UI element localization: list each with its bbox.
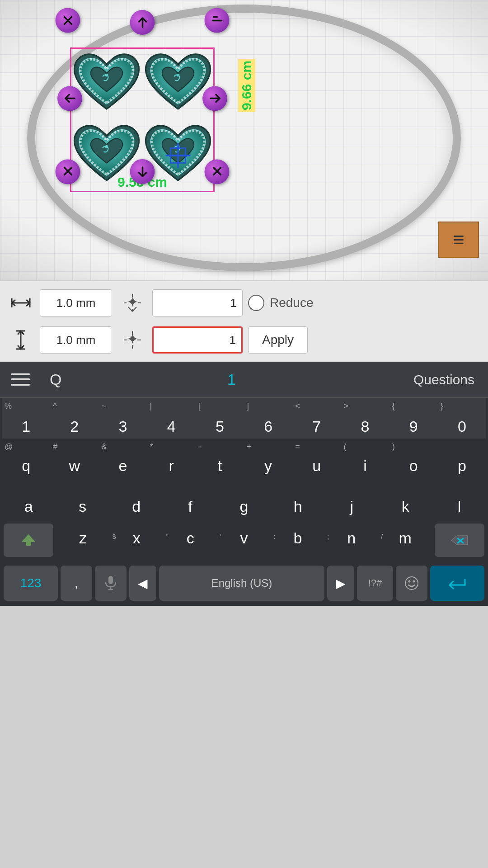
kb-space-key[interactable]: English (US) [159,566,324,601]
kb-key-t[interactable]: -t [196,439,244,479]
svg-point-36 [413,580,415,583]
kb-key-4[interactable]: |4 [147,398,196,439]
kb-key-0[interactable]: }0 [438,398,486,439]
kb-key-j[interactable]: j [325,479,379,520]
kb-key-m[interactable]: /m [378,529,432,552]
heart-cell-2 [143,49,213,119]
sparkle-arrange-btn-2[interactable]: ✦ [117,326,147,355]
kb-key-x[interactable]: $x [110,529,164,552]
keyboard-top-bar: Q 1 Questions [0,362,488,398]
vertical-count-input[interactable] [152,326,243,354]
kb-space-label: English (US) [211,577,272,590]
design-container[interactable]: 9.58 cm 9.66 cm [70,23,215,174]
kb-key-d[interactable]: d [109,479,163,520]
kb-key-g[interactable]: g [217,479,271,520]
kb-key-l[interactable]: l [432,479,486,520]
handle-bottom-center[interactable] [130,159,155,184]
keyboard-questions-label[interactable]: Questions [413,372,474,387]
svg-point-1 [177,74,180,77]
svg-point-2 [105,145,108,148]
kb-key-y[interactable]: +y [244,439,292,479]
kb-key-n[interactable]: ;n [324,529,378,552]
toolbar-area: ✦ Reduce [0,280,488,362]
vertical-spacing-input[interactable] [40,326,112,354]
handle-top-center[interactable] [130,10,155,35]
kb-key-q[interactable]: @q [2,439,50,479]
toolbar-row-1: ✦ Reduce [7,287,481,319]
kb-key-b[interactable]: :b [271,529,324,552]
kb-key-w[interactable]: #w [50,439,99,479]
kb-key-z[interactable]: z [56,529,110,552]
keyboard-page-number: 1 [227,371,236,388]
kb-key-c[interactable]: "c [164,529,217,552]
keyboard-menu-icon[interactable] [9,368,32,391]
keyboard-q-label: Q [50,371,227,388]
kb-123-label: 123 [20,576,42,590]
vertical-spacing-icon-btn[interactable] [7,326,34,354]
handle-top-left[interactable] [56,8,80,33]
kb-key-8[interactable]: >8 [341,398,389,439]
apply-button[interactable]: Apply [248,326,308,354]
kb-backspace-key[interactable] [435,524,484,557]
horizontal-spacing-icon-btn[interactable] [7,289,34,316]
kb-special-key[interactable]: !?# [357,566,393,601]
keyboard-qwerty-row: @q #w &e *r -t +y =u (i )o p [2,439,486,479]
handle-bottom-left[interactable] [56,160,80,184]
kb-key-s[interactable]: s [56,479,109,520]
kb-key-h[interactable]: h [271,479,325,520]
handle-middle-left[interactable] [57,86,82,111]
keyboard-area: Q 1 Questions %1 ^2 ~3 |4 [5 ]6 <7 >8 {9… [0,362,488,606]
kb-key-9[interactable]: {9 [389,398,438,439]
svg-rect-31 [108,576,113,584]
toolbar-row-2: ✦ Apply [7,324,481,356]
kb-key-2[interactable]: ^2 [50,398,99,439]
keyboard-bottom-row: 123 , ◀ English (US) ▶ !?# [0,561,488,606]
sparkle-arrange-btn-1[interactable]: ✦ [117,288,147,318]
kb-key-1[interactable]: %1 [2,398,50,439]
kb-key-k[interactable]: k [379,479,432,520]
kb-enter-key[interactable] [430,566,484,601]
svg-point-0 [105,74,108,77]
kb-arrow-right-label: ▶ [336,576,346,591]
keyboard-asdf-row: a s d f g h j k l [2,479,486,520]
canvas-area: 9.58 cm 9.66 cm ≡ [0,0,488,280]
right-panel-icon[interactable]: ≡ [438,222,479,258]
kb-key-i[interactable]: (i [341,439,389,479]
reduce-label: Reduce [270,296,314,310]
kb-shift-key[interactable] [4,524,53,557]
kb-special-label: !?# [368,577,382,589]
dimension-height: 9.66 cm [238,59,255,112]
reduce-radio[interactable] [248,295,264,311]
kb-key-7[interactable]: <7 [292,398,341,439]
kb-mic-key[interactable] [95,566,127,601]
svg-point-35 [408,580,411,583]
kb-emoji-key[interactable] [396,566,427,601]
kb-key-5[interactable]: [5 [196,398,244,439]
heart-cell-1 [72,49,141,119]
kb-key-u[interactable]: =u [292,439,341,479]
svg-point-34 [405,577,418,590]
kb-arrow-left[interactable]: ◀ [129,566,156,601]
kb-key-a[interactable]: a [2,479,56,520]
kb-key-f[interactable]: f [163,479,217,520]
handle-middle-right[interactable] [202,86,227,111]
handle-bottom-right[interactable] [205,160,230,184]
kb-comma-label: , [75,576,78,590]
kb-123-key[interactable]: 123 [4,566,58,601]
keyboard-number-row: %1 ^2 ~3 |4 [5 ]6 <7 >8 {9 }0 [0,398,488,439]
kb-key-e[interactable]: &e [99,439,147,479]
keyboard-special-row: z $x "c 'v :b ;n /m [2,520,486,561]
kb-comma-key[interactable]: , [61,566,92,601]
svg-rect-28 [26,542,31,546]
kb-key-r[interactable]: *r [147,439,196,479]
kb-key-o[interactable]: )o [389,439,438,479]
kb-key-6[interactable]: ]6 [244,398,292,439]
kb-arrow-left-label: ◀ [138,576,148,591]
kb-key-p[interactable]: p [438,439,486,479]
horizontal-count-input[interactable] [152,289,243,316]
horizontal-spacing-input[interactable] [40,289,112,316]
handle-top-right[interactable] [205,8,230,33]
kb-arrow-right[interactable]: ▶ [327,566,354,601]
kb-key-3[interactable]: ~3 [99,398,147,439]
kb-key-v[interactable]: 'v [217,529,271,552]
